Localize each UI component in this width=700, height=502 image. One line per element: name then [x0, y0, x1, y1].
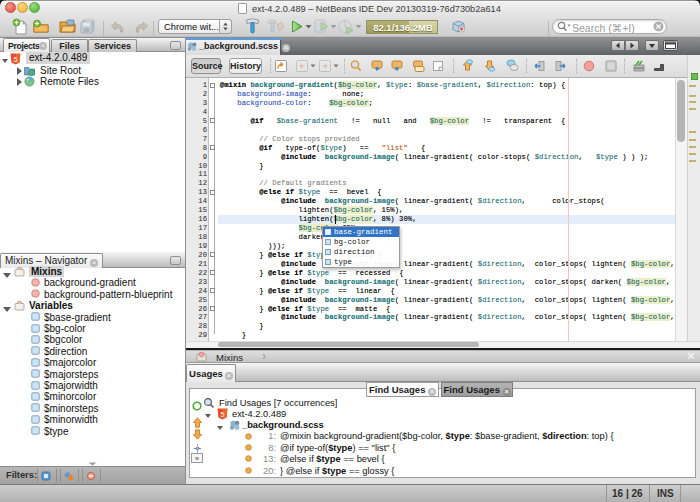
svg-text:5: 5 — [221, 410, 225, 417]
svg-text:5: 5 — [14, 55, 18, 62]
